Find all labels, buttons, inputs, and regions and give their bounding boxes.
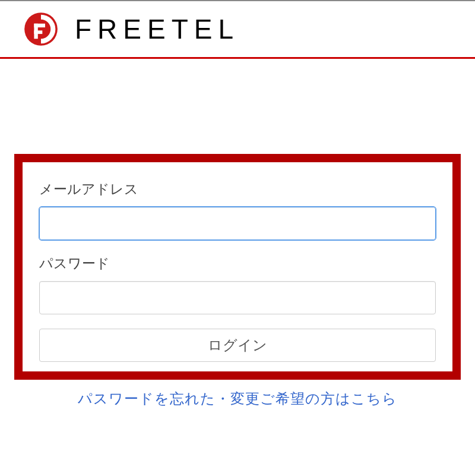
password-group: パスワード	[39, 254, 436, 314]
main-content: メールアドレス パスワード ログイン パスワードを忘れた・変更ご希望の方はこちら	[0, 59, 475, 414]
login-button[interactable]: ログイン	[39, 329, 436, 362]
forgot-password-link[interactable]: パスワードを忘れた・変更ご希望の方はこちら	[14, 389, 461, 408]
email-label: メールアドレス	[39, 180, 436, 198]
login-form: メールアドレス パスワード ログイン	[14, 154, 461, 380]
email-group: メールアドレス	[39, 180, 436, 240]
brand-logo: FREETEL	[24, 12, 239, 46]
email-input[interactable]	[39, 207, 436, 240]
password-label: パスワード	[39, 254, 436, 273]
svg-rect-3	[34, 30, 42, 34]
brand-name: FREETEL	[75, 13, 239, 45]
freetel-logo-icon	[24, 12, 58, 46]
password-input[interactable]	[39, 281, 436, 314]
page-header: FREETEL	[0, 1, 475, 59]
